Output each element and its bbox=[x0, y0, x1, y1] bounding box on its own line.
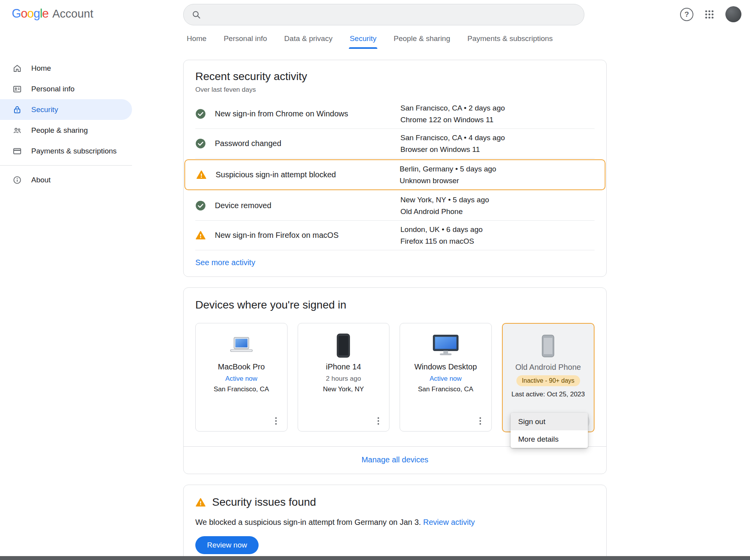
menu-item-sign-out[interactable]: Sign out bbox=[511, 413, 588, 430]
search-icon bbox=[191, 10, 201, 20]
manage-all-devices-link[interactable]: Manage all devices bbox=[361, 455, 428, 464]
device-location: San Francisco, CA bbox=[418, 385, 473, 393]
google-wordmark: Google bbox=[12, 7, 48, 21]
activity-meta-line1: San Francisco, CA • 2 days ago bbox=[400, 103, 595, 113]
device-name: Windows Desktop bbox=[414, 362, 477, 371]
account-wordmark: Account bbox=[52, 7, 93, 20]
check-circle-icon bbox=[195, 138, 206, 149]
tab-people-sharing[interactable]: People & sharing bbox=[394, 29, 450, 49]
review-activity-link[interactable]: Review activity bbox=[423, 518, 475, 526]
menu-item-more-details[interactable]: More details bbox=[511, 430, 588, 448]
phone-icon bbox=[336, 333, 350, 358]
activity-meta-line2: Browser on Windows 11 bbox=[400, 144, 595, 155]
recent-activity-card: Recent security activity Over last feven… bbox=[183, 60, 607, 277]
sidebar-item-home[interactable]: Home bbox=[0, 58, 132, 78]
warning-triangle-icon bbox=[196, 169, 207, 180]
laptop-icon bbox=[228, 333, 255, 358]
activity-card-subtitle: Over last feven days bbox=[195, 86, 595, 94]
activity-label: Password changed bbox=[215, 139, 400, 148]
device-name: MacBook Pro bbox=[218, 362, 265, 371]
device-status-link[interactable]: Active now bbox=[430, 375, 462, 383]
header-actions: ? bbox=[680, 0, 741, 29]
activity-meta: Berlin, Germany • 5 days ago Unknown bro… bbox=[400, 164, 594, 185]
sidebar-item-about[interactable]: About bbox=[0, 169, 132, 190]
device-status: 2 hours ago bbox=[326, 375, 361, 383]
activity-card-title: Recent security activity bbox=[195, 70, 595, 83]
activity-row[interactable]: New sign-in from Firefox on macOS London… bbox=[195, 221, 595, 250]
device-card-windows-desktop[interactable]: Windows Desktop Active now San Francisco… bbox=[400, 323, 492, 432]
device-card-iphone[interactable]: iPhone 14 2 hours ago New York, NY bbox=[298, 323, 390, 432]
device-menu-button[interactable] bbox=[269, 414, 283, 428]
device-location: New York, NY bbox=[323, 385, 364, 393]
activity-meta: San Francisco, CA • 2 days ago Chrome 12… bbox=[400, 103, 595, 125]
apps-grid-icon[interactable] bbox=[704, 9, 714, 20]
activity-label: New sign-in from Firefox on macOS bbox=[215, 231, 400, 240]
activity-meta-line1: Berlin, Germany • 5 days ago bbox=[400, 164, 594, 174]
activity-label: Device removed bbox=[215, 201, 400, 210]
device-name: Old Android Phone bbox=[515, 363, 581, 372]
lock-icon bbox=[12, 105, 22, 114]
sidebar-item-label: Personal info bbox=[31, 85, 75, 93]
main-content: Recent security activity Over last feven… bbox=[183, 60, 607, 560]
device-location: San Francisco, CA bbox=[214, 385, 269, 393]
sidebar-item-payments[interactable]: Payments & subscriptions bbox=[0, 141, 132, 161]
activity-row[interactable]: Device removed New York, NY • 5 days ago… bbox=[195, 191, 595, 221]
device-card-old-android[interactable]: Old Android Phone Inactive - 90+ days La… bbox=[502, 323, 595, 432]
activity-meta: London, UK • 6 days ago Firefox 115 on m… bbox=[400, 225, 595, 246]
device-card-macbook[interactable]: MacBook Pro Active now San Francisco, CA bbox=[195, 323, 288, 432]
issues-description: We blocked a suspicious sign-in attempt … bbox=[195, 518, 595, 527]
credit-card-icon bbox=[12, 146, 22, 156]
devices-card: Devices where you're signed in MacBook P… bbox=[183, 287, 607, 474]
sidebar: Home Personal info Security People & sha… bbox=[0, 58, 132, 190]
activity-row[interactable]: Password changed San Francisco, CA • 4 d… bbox=[195, 129, 595, 159]
activity-label: New sign-in from Chrome on Windows bbox=[215, 109, 400, 118]
people-icon bbox=[12, 126, 22, 135]
sidebar-item-label: Security bbox=[31, 105, 58, 114]
warning-triangle-icon bbox=[195, 230, 206, 241]
activity-meta-line2: Old Android Phone bbox=[400, 207, 595, 217]
avatar[interactable] bbox=[725, 6, 741, 22]
device-menu-button[interactable] bbox=[473, 414, 488, 428]
top-nav-tabs: Home Personal info Data & privacy Securi… bbox=[187, 29, 553, 49]
desktop-icon bbox=[432, 333, 459, 358]
activity-meta: San Francisco, CA • 4 days ago Browser o… bbox=[400, 133, 595, 154]
tab-personal-info[interactable]: Personal info bbox=[224, 29, 267, 49]
device-context-menu: Sign out More details bbox=[511, 413, 588, 448]
sidebar-item-label: About bbox=[31, 176, 51, 184]
device-name: iPhone 14 bbox=[326, 362, 361, 371]
sidebar-item-people-sharing[interactable]: People & sharing bbox=[0, 120, 132, 141]
issues-header: Security issues found bbox=[195, 496, 595, 508]
old-phone-icon bbox=[541, 333, 555, 359]
devices-footer: Manage all devices bbox=[184, 446, 606, 474]
security-issues-card: Security issues found We blocked a suspi… bbox=[183, 485, 607, 560]
activity-meta-line2: Firefox 115 on macOS bbox=[400, 236, 595, 246]
sidebar-item-label: People & sharing bbox=[31, 126, 88, 135]
activity-meta: New York, NY • 5 days ago Old Android Ph… bbox=[400, 195, 595, 216]
review-now-button[interactable]: Review now bbox=[195, 536, 259, 554]
account-search-bar[interactable] bbox=[183, 4, 584, 25]
sidebar-item-security[interactable]: Security bbox=[0, 99, 132, 120]
sidebar-divider bbox=[0, 165, 132, 166]
tab-payments-subscriptions[interactable]: Payments & subscriptions bbox=[468, 29, 553, 49]
bottom-strip bbox=[0, 556, 750, 560]
sidebar-item-personal-info[interactable]: Personal info bbox=[0, 78, 132, 99]
activity-row-highlighted[interactable]: Suspicious sign-in attempt blocked Berli… bbox=[184, 159, 605, 190]
header: Google Account ? bbox=[0, 0, 750, 29]
device-status-link[interactable]: Active now bbox=[225, 375, 257, 383]
search-input[interactable] bbox=[207, 10, 576, 20]
inactive-badge: Inactive - 90+ days bbox=[516, 375, 580, 386]
see-more-activity-link[interactable]: See more activity bbox=[195, 258, 255, 267]
device-grid: MacBook Pro Active now San Francisco, CA… bbox=[195, 323, 595, 432]
tab-security[interactable]: Security bbox=[350, 29, 377, 49]
tab-home[interactable]: Home bbox=[187, 29, 207, 49]
activity-row[interactable]: New sign-in from Chrome on Windows San F… bbox=[195, 99, 595, 129]
sidebar-item-label: Home bbox=[31, 64, 51, 73]
activity-meta-line1: London, UK • 6 days ago bbox=[400, 225, 595, 235]
contact-card-icon bbox=[12, 84, 22, 94]
device-menu-button[interactable] bbox=[371, 414, 385, 428]
device-last-active: Last active: Oct 25, 2023 bbox=[511, 391, 585, 398]
google-account-logo[interactable]: Google Account bbox=[12, 7, 93, 21]
check-circle-icon bbox=[195, 200, 206, 211]
tab-data-privacy[interactable]: Data & privacy bbox=[284, 29, 333, 49]
help-icon[interactable]: ? bbox=[680, 8, 693, 21]
